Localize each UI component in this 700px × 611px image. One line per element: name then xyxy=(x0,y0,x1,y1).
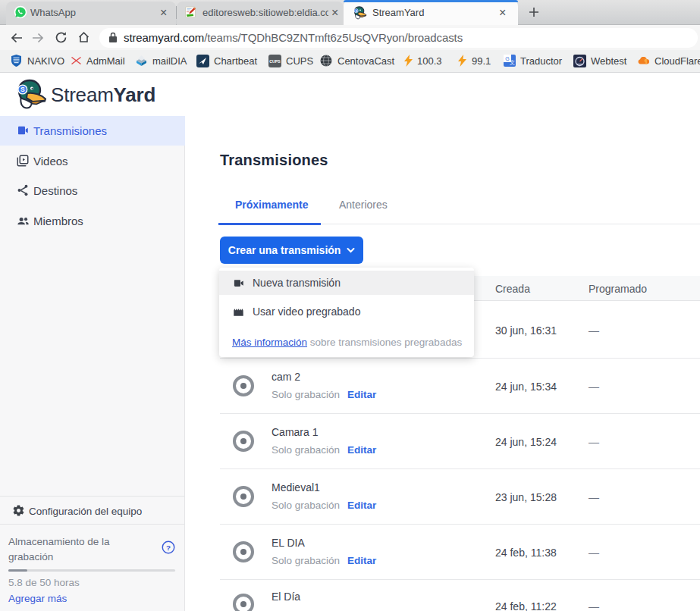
svg-text:S: S xyxy=(20,86,25,93)
svg-text:CUPS: CUPS xyxy=(269,59,281,64)
svg-text:G: G xyxy=(505,56,509,61)
svg-text:?: ? xyxy=(166,544,171,552)
svg-text:文: 文 xyxy=(510,59,515,65)
